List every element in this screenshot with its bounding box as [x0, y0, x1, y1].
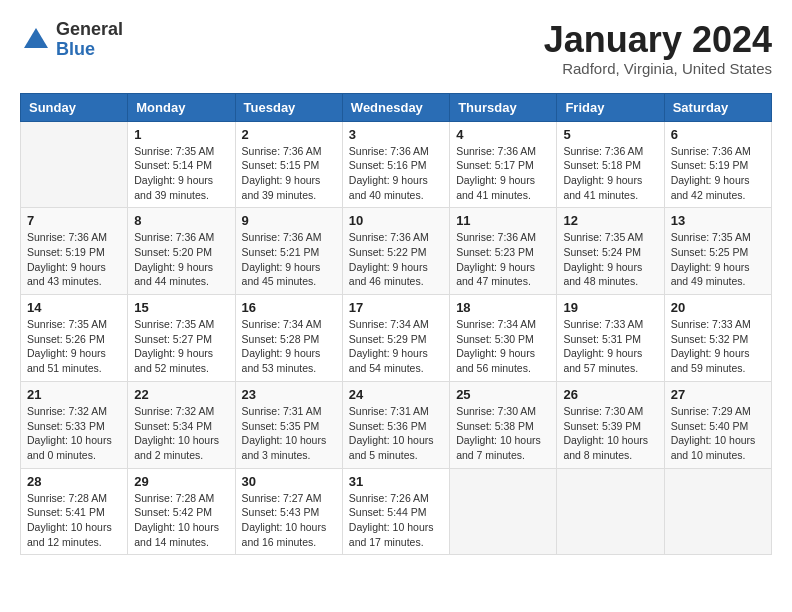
calendar-cell: 2Sunrise: 7:36 AM Sunset: 5:15 PM Daylig… — [235, 121, 342, 208]
day-info: Sunrise: 7:27 AM Sunset: 5:43 PM Dayligh… — [242, 491, 336, 550]
day-info: Sunrise: 7:36 AM Sunset: 5:15 PM Dayligh… — [242, 144, 336, 203]
calendar-cell — [21, 121, 128, 208]
calendar-cell: 29Sunrise: 7:28 AM Sunset: 5:42 PM Dayli… — [128, 468, 235, 555]
day-of-week-header: Thursday — [450, 93, 557, 121]
day-info: Sunrise: 7:34 AM Sunset: 5:30 PM Dayligh… — [456, 317, 550, 376]
calendar-cell: 26Sunrise: 7:30 AM Sunset: 5:39 PM Dayli… — [557, 381, 664, 468]
calendar-table: SundayMondayTuesdayWednesdayThursdayFrid… — [20, 93, 772, 556]
calendar-cell: 25Sunrise: 7:30 AM Sunset: 5:38 PM Dayli… — [450, 381, 557, 468]
calendar-cell: 6Sunrise: 7:36 AM Sunset: 5:19 PM Daylig… — [664, 121, 771, 208]
calendar-cell: 24Sunrise: 7:31 AM Sunset: 5:36 PM Dayli… — [342, 381, 449, 468]
day-info: Sunrise: 7:35 AM Sunset: 5:25 PM Dayligh… — [671, 230, 765, 289]
svg-marker-0 — [24, 28, 48, 48]
day-info: Sunrise: 7:36 AM Sunset: 5:21 PM Dayligh… — [242, 230, 336, 289]
calendar-cell: 16Sunrise: 7:34 AM Sunset: 5:28 PM Dayli… — [235, 295, 342, 382]
day-number: 23 — [242, 387, 336, 402]
day-number: 6 — [671, 127, 765, 142]
day-info: Sunrise: 7:36 AM Sunset: 5:16 PM Dayligh… — [349, 144, 443, 203]
calendar-cell: 5Sunrise: 7:36 AM Sunset: 5:18 PM Daylig… — [557, 121, 664, 208]
calendar-cell: 9Sunrise: 7:36 AM Sunset: 5:21 PM Daylig… — [235, 208, 342, 295]
logo-blue-text: Blue — [56, 40, 123, 60]
calendar-cell: 4Sunrise: 7:36 AM Sunset: 5:17 PM Daylig… — [450, 121, 557, 208]
day-of-week-header: Sunday — [21, 93, 128, 121]
calendar-cell: 10Sunrise: 7:36 AM Sunset: 5:22 PM Dayli… — [342, 208, 449, 295]
day-number: 5 — [563, 127, 657, 142]
day-info: Sunrise: 7:36 AM Sunset: 5:22 PM Dayligh… — [349, 230, 443, 289]
day-number: 19 — [563, 300, 657, 315]
day-number: 25 — [456, 387, 550, 402]
day-info: Sunrise: 7:34 AM Sunset: 5:29 PM Dayligh… — [349, 317, 443, 376]
day-number: 15 — [134, 300, 228, 315]
logo-text: General Blue — [56, 20, 123, 60]
calendar-cell: 14Sunrise: 7:35 AM Sunset: 5:26 PM Dayli… — [21, 295, 128, 382]
calendar-cell: 1Sunrise: 7:35 AM Sunset: 5:14 PM Daylig… — [128, 121, 235, 208]
calendar-cell: 12Sunrise: 7:35 AM Sunset: 5:24 PM Dayli… — [557, 208, 664, 295]
day-number: 18 — [456, 300, 550, 315]
day-info: Sunrise: 7:36 AM Sunset: 5:17 PM Dayligh… — [456, 144, 550, 203]
logo-icon — [20, 24, 52, 56]
day-number: 31 — [349, 474, 443, 489]
day-of-week-header: Tuesday — [235, 93, 342, 121]
day-of-week-header: Friday — [557, 93, 664, 121]
day-info: Sunrise: 7:36 AM Sunset: 5:19 PM Dayligh… — [27, 230, 121, 289]
day-info: Sunrise: 7:35 AM Sunset: 5:14 PM Dayligh… — [134, 144, 228, 203]
day-info: Sunrise: 7:35 AM Sunset: 5:26 PM Dayligh… — [27, 317, 121, 376]
day-info: Sunrise: 7:33 AM Sunset: 5:31 PM Dayligh… — [563, 317, 657, 376]
day-info: Sunrise: 7:35 AM Sunset: 5:24 PM Dayligh… — [563, 230, 657, 289]
day-info: Sunrise: 7:35 AM Sunset: 5:27 PM Dayligh… — [134, 317, 228, 376]
calendar-cell: 3Sunrise: 7:36 AM Sunset: 5:16 PM Daylig… — [342, 121, 449, 208]
day-number: 28 — [27, 474, 121, 489]
calendar-cell: 17Sunrise: 7:34 AM Sunset: 5:29 PM Dayli… — [342, 295, 449, 382]
day-info: Sunrise: 7:33 AM Sunset: 5:32 PM Dayligh… — [671, 317, 765, 376]
logo-general-text: General — [56, 20, 123, 40]
day-info: Sunrise: 7:36 AM Sunset: 5:18 PM Dayligh… — [563, 144, 657, 203]
day-of-week-header: Monday — [128, 93, 235, 121]
calendar-week-row: 28Sunrise: 7:28 AM Sunset: 5:41 PM Dayli… — [21, 468, 772, 555]
day-number: 8 — [134, 213, 228, 228]
calendar-cell: 19Sunrise: 7:33 AM Sunset: 5:31 PM Dayli… — [557, 295, 664, 382]
logo: General Blue — [20, 20, 123, 60]
calendar-cell: 21Sunrise: 7:32 AM Sunset: 5:33 PM Dayli… — [21, 381, 128, 468]
location-subtitle: Radford, Virginia, United States — [544, 60, 772, 77]
calendar-cell: 22Sunrise: 7:32 AM Sunset: 5:34 PM Dayli… — [128, 381, 235, 468]
day-number: 4 — [456, 127, 550, 142]
day-number: 12 — [563, 213, 657, 228]
calendar-cell: 27Sunrise: 7:29 AM Sunset: 5:40 PM Dayli… — [664, 381, 771, 468]
calendar-cell — [557, 468, 664, 555]
day-info: Sunrise: 7:28 AM Sunset: 5:41 PM Dayligh… — [27, 491, 121, 550]
calendar-cell: 18Sunrise: 7:34 AM Sunset: 5:30 PM Dayli… — [450, 295, 557, 382]
day-number: 27 — [671, 387, 765, 402]
title-block: January 2024 Radford, Virginia, United S… — [544, 20, 772, 77]
day-info: Sunrise: 7:32 AM Sunset: 5:33 PM Dayligh… — [27, 404, 121, 463]
day-number: 22 — [134, 387, 228, 402]
day-of-week-header: Wednesday — [342, 93, 449, 121]
day-info: Sunrise: 7:36 AM Sunset: 5:19 PM Dayligh… — [671, 144, 765, 203]
calendar-week-row: 7Sunrise: 7:36 AM Sunset: 5:19 PM Daylig… — [21, 208, 772, 295]
day-number: 20 — [671, 300, 765, 315]
calendar-cell: 20Sunrise: 7:33 AM Sunset: 5:32 PM Dayli… — [664, 295, 771, 382]
day-number: 24 — [349, 387, 443, 402]
calendar-cell: 31Sunrise: 7:26 AM Sunset: 5:44 PM Dayli… — [342, 468, 449, 555]
calendar-cell: 11Sunrise: 7:36 AM Sunset: 5:23 PM Dayli… — [450, 208, 557, 295]
day-number: 9 — [242, 213, 336, 228]
calendar-body: 1Sunrise: 7:35 AM Sunset: 5:14 PM Daylig… — [21, 121, 772, 555]
calendar-cell: 7Sunrise: 7:36 AM Sunset: 5:19 PM Daylig… — [21, 208, 128, 295]
page-header: General Blue January 2024 Radford, Virgi… — [20, 20, 772, 77]
day-number: 3 — [349, 127, 443, 142]
calendar-cell: 28Sunrise: 7:28 AM Sunset: 5:41 PM Dayli… — [21, 468, 128, 555]
day-number: 26 — [563, 387, 657, 402]
day-number: 1 — [134, 127, 228, 142]
days-of-week-row: SundayMondayTuesdayWednesdayThursdayFrid… — [21, 93, 772, 121]
calendar-cell: 30Sunrise: 7:27 AM Sunset: 5:43 PM Dayli… — [235, 468, 342, 555]
calendar-week-row: 21Sunrise: 7:32 AM Sunset: 5:33 PM Dayli… — [21, 381, 772, 468]
day-info: Sunrise: 7:26 AM Sunset: 5:44 PM Dayligh… — [349, 491, 443, 550]
day-info: Sunrise: 7:30 AM Sunset: 5:38 PM Dayligh… — [456, 404, 550, 463]
day-number: 21 — [27, 387, 121, 402]
day-of-week-header: Saturday — [664, 93, 771, 121]
day-number: 17 — [349, 300, 443, 315]
calendar-week-row: 1Sunrise: 7:35 AM Sunset: 5:14 PM Daylig… — [21, 121, 772, 208]
day-number: 2 — [242, 127, 336, 142]
day-info: Sunrise: 7:30 AM Sunset: 5:39 PM Dayligh… — [563, 404, 657, 463]
day-info: Sunrise: 7:34 AM Sunset: 5:28 PM Dayligh… — [242, 317, 336, 376]
day-number: 10 — [349, 213, 443, 228]
